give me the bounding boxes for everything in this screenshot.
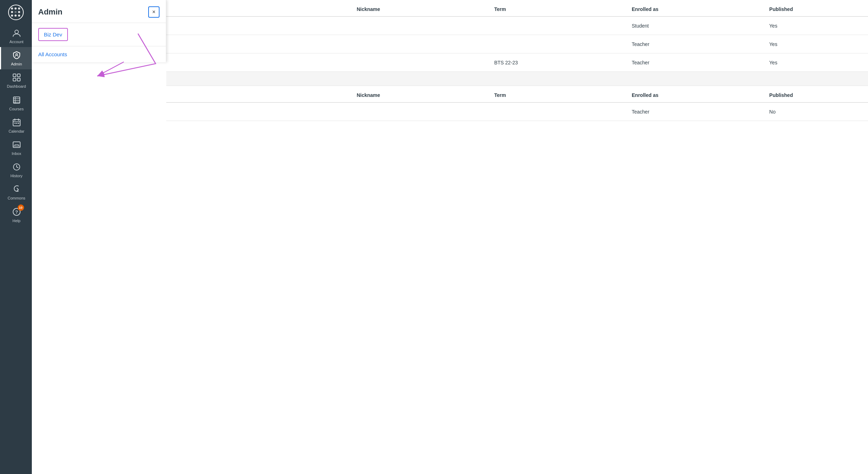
- table-header-nickname-1: Nickname: [357, 6, 494, 12]
- table-row: Student Yes: [166, 17, 868, 35]
- account-icon: [12, 28, 21, 37]
- calendar-icon-wrapper: [12, 118, 21, 128]
- table-header-col1: [173, 6, 357, 12]
- sidebar-logo: [0, 0, 32, 25]
- table-cell-enrolled-2: Teacher: [632, 41, 769, 47]
- sidebar-item-account[interactable]: Account: [0, 25, 32, 47]
- help-icon-wrapper: ? 10: [12, 207, 21, 217]
- sidebar-item-inbox[interactable]: Inbox: [0, 137, 32, 159]
- sidebar-item-history[interactable]: History: [0, 159, 32, 181]
- table-section-1: Nickname Term Enrolled as Published Stud…: [166, 0, 868, 72]
- dashboard-icon-wrapper: [12, 73, 21, 83]
- table-row: BTS 22-23 Teacher Yes: [166, 53, 868, 72]
- sidebar-item-calendar-label: Calendar: [8, 129, 24, 134]
- svg-text:?: ?: [15, 209, 18, 215]
- sidebar-item-history-label: History: [10, 174, 22, 178]
- svg-rect-16: [16, 123, 17, 124]
- admin-icon: [12, 51, 21, 60]
- admin-panel: Admin × Biz Dev All Accounts: [32, 0, 166, 62]
- table-row: Teacher No: [166, 103, 868, 121]
- panel-header: Admin ×: [32, 0, 166, 23]
- sidebar-item-help-label: Help: [12, 219, 21, 223]
- table-cell-enrolled-3: Teacher: [632, 60, 769, 65]
- history-icon-wrapper: [12, 162, 21, 172]
- admin-icon-wrapper: [12, 51, 21, 60]
- table-cell-published-2: Yes: [769, 41, 861, 47]
- sidebar-item-commons-label: Commons: [7, 196, 25, 201]
- calendar-icon: [12, 118, 21, 127]
- sidebar-item-courses-label: Courses: [9, 107, 24, 111]
- sidebar-item-inbox-label: Inbox: [12, 151, 21, 156]
- sidebar-item-dashboard-label: Dashboard: [7, 84, 26, 89]
- table-cell-published-4: No: [769, 109, 861, 115]
- account-icon-wrapper: [12, 28, 21, 38]
- table-header-nickname-2: Nickname: [357, 92, 494, 98]
- panel-close-button[interactable]: ×: [148, 6, 160, 18]
- svg-rect-4: [13, 78, 16, 81]
- table-header-row-1: Nickname Term Enrolled as Published: [166, 0, 868, 17]
- table-header-enrolled-2: Enrolled as: [632, 92, 769, 98]
- table-cell-enrolled-1: Student: [632, 23, 769, 29]
- all-accounts-link[interactable]: All Accounts: [32, 46, 166, 62]
- panel-title: Admin: [38, 7, 62, 17]
- history-icon: [12, 162, 21, 172]
- sidebar-item-calendar[interactable]: Calendar: [0, 114, 32, 137]
- table-header-published-1: Published: [769, 6, 861, 12]
- commons-icon: [12, 185, 21, 194]
- table-header-term-1: Term: [494, 6, 632, 12]
- table-header-col1-2: [173, 92, 357, 98]
- sidebar: Account Admin Dashboard: [0, 0, 32, 474]
- table-section-2: Nickname Term Enrolled as Published Teac…: [166, 86, 868, 121]
- table-header-published-2: Published: [769, 92, 861, 98]
- svg-rect-3: [17, 74, 20, 77]
- table-header-term-2: Term: [494, 92, 632, 98]
- courses-icon-wrapper: [12, 96, 21, 105]
- sidebar-item-account-label: Account: [10, 40, 24, 44]
- sidebar-item-dashboard[interactable]: Dashboard: [0, 69, 32, 92]
- table-row: Teacher Yes: [166, 35, 868, 53]
- inbox-icon: [12, 140, 21, 149]
- table-cell-published-1: Yes: [769, 23, 861, 29]
- table-cell-enrolled-4: Teacher: [632, 109, 769, 115]
- svg-rect-15: [15, 123, 16, 124]
- section-spacer: [166, 72, 868, 86]
- panel-biz-dev-section: Biz Dev: [32, 23, 166, 46]
- dashboard-icon: [12, 73, 21, 82]
- sidebar-item-admin[interactable]: Admin: [0, 47, 32, 69]
- biz-dev-item[interactable]: Biz Dev: [38, 28, 68, 41]
- sidebar-item-admin-label: Admin: [11, 62, 22, 67]
- svg-rect-5: [17, 78, 20, 81]
- svg-rect-17: [18, 123, 19, 124]
- courses-icon: [12, 96, 21, 105]
- commons-icon-wrapper: [12, 185, 21, 195]
- svg-point-0: [15, 30, 18, 34]
- inbox-icon-wrapper: [12, 140, 21, 150]
- sidebar-item-help[interactable]: ? 10 Help: [0, 204, 32, 226]
- svg-rect-2: [13, 74, 16, 77]
- sidebar-item-courses[interactable]: Courses: [0, 92, 32, 114]
- table-header-row-2: Nickname Term Enrolled as Published: [166, 86, 868, 103]
- help-badge: 10: [18, 204, 24, 211]
- table-cell-published-3: Yes: [769, 60, 861, 65]
- main-content: Nickname Term Enrolled as Published Stud…: [166, 0, 868, 474]
- sidebar-item-commons[interactable]: Commons: [0, 181, 32, 203]
- canvas-logo: [8, 5, 24, 20]
- table-cell-term-3: BTS 22-23: [494, 60, 632, 65]
- table-header-enrolled-1: Enrolled as: [632, 6, 769, 12]
